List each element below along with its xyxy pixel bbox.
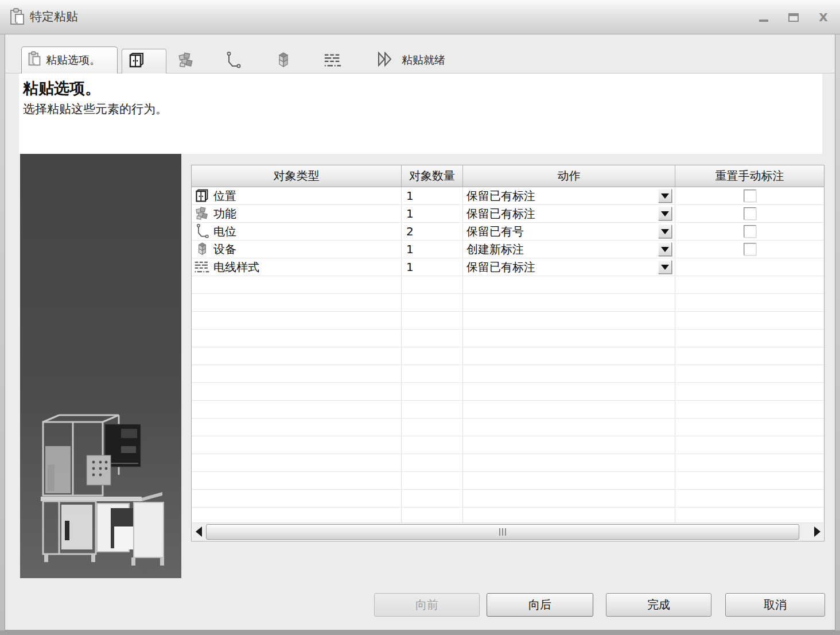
column-header-object-count: 对象数量 [402, 165, 463, 187]
chevron-down-icon[interactable] [658, 242, 672, 256]
back-button[interactable]: 向前 [374, 593, 480, 617]
minimize-icon[interactable] [755, 10, 772, 24]
object-count-cell: 1 [402, 187, 463, 204]
reset-manual-checkbox[interactable] [744, 243, 756, 255]
titlebar: 特定粘贴 X [0, 0, 840, 34]
potential-icon[interactable] [224, 51, 242, 70]
table-row[interactable]: 功能1保留已有标注 [192, 205, 824, 223]
action-selected-value: 保留已有号 [466, 224, 524, 239]
reset-manual-cell [675, 205, 824, 222]
reset-manual-cell [675, 241, 824, 258]
horizontal-scrollbar[interactable] [192, 522, 823, 540]
paste-special-dialog: 特定粘贴 X 粘贴选项。 [0, 0, 840, 635]
device-icon[interactable] [274, 51, 293, 70]
reset-manual-checkbox[interactable] [744, 207, 756, 220]
page-title: 粘贴选项。 [23, 78, 100, 99]
reset-manual-cell [675, 223, 824, 240]
reset-manual-cell [675, 187, 824, 204]
action-select[interactable]: 保留已有标注 [463, 258, 675, 276]
dialog-bottom-edge [0, 630, 840, 635]
tab-paste-options-label: 粘贴选项。 [46, 53, 100, 68]
reset-manual-cell [675, 258, 824, 276]
action-select[interactable]: 创建新标注 [463, 241, 675, 258]
table-row[interactable]: 电线样式1保留已有标注 [192, 258, 824, 276]
wire-style-icon [194, 260, 210, 274]
finish-button[interactable]: 完成 [606, 593, 711, 617]
next-button[interactable]: 向后 [487, 593, 593, 617]
column-header-object-type: 对象类型 [192, 165, 402, 187]
table-empty-row [192, 294, 824, 312]
scroll-left-icon[interactable] [192, 523, 205, 541]
object-count-value: 1 [406, 242, 414, 256]
object-count-value: 2 [406, 224, 414, 238]
action-select[interactable]: 保留已有号 [463, 223, 675, 240]
paste-objects-table: 对象类型 对象数量 动作 重置手动标注 位置1保留已有标注功能1保留已有标注电位… [191, 165, 825, 541]
ready-icon [376, 51, 395, 70]
table-empty-row [192, 436, 824, 454]
function-icon[interactable] [177, 51, 195, 70]
action-select[interactable]: 保留已有标注 [463, 187, 675, 204]
table-empty-row [192, 401, 824, 419]
window-controls: X [755, 10, 832, 24]
potential-icon [194, 224, 210, 239]
table-empty-row [192, 330, 824, 347]
chevron-down-icon[interactable] [658, 189, 672, 203]
table-empty-row [192, 312, 824, 330]
paste-icon [28, 51, 41, 69]
object-count-value: 1 [406, 207, 414, 220]
reset-manual-checkbox[interactable] [744, 225, 756, 238]
object-type-label: 设备 [213, 242, 236, 257]
object-count-value: 1 [406, 189, 414, 203]
paste-icon [9, 8, 25, 29]
page-subtitle: 选择粘贴这些元素的行为。 [23, 101, 168, 117]
cancel-button[interactable]: 取消 [725, 593, 825, 617]
chevron-down-icon[interactable] [658, 224, 672, 238]
object-type-cell: 电位 [192, 223, 402, 240]
object-count-value: 1 [406, 260, 414, 274]
table-empty-row [192, 365, 824, 383]
wire-style-icon[interactable] [324, 51, 342, 70]
action-selected-value: 保留已有标注 [466, 206, 535, 222]
object-type-cell: 位置 [192, 187, 402, 204]
table-row[interactable]: 设备1创建新标注 [192, 241, 824, 258]
preview-image-panel [20, 154, 181, 578]
table-empty-row [192, 490, 824, 508]
object-count-cell: 1 [402, 205, 463, 222]
table-empty-row [192, 276, 824, 294]
table-body: 位置1保留已有标注功能1保留已有标注电位2保留已有号设备1创建新标注电线样式1保… [192, 187, 824, 525]
object-type-cell: 功能 [192, 205, 402, 222]
action-select[interactable]: 保留已有标注 [463, 205, 675, 222]
object-type-label: 功能 [213, 206, 236, 222]
tab-paste-options[interactable]: 粘贴选项。 [21, 47, 118, 73]
column-header-action: 动作 [463, 165, 675, 187]
scrollbar-grip-icon [499, 528, 506, 536]
window-title: 特定粘贴 [30, 9, 78, 25]
close-icon[interactable]: X [815, 10, 832, 24]
object-type-label: 位置 [213, 188, 236, 204]
chevron-down-icon[interactable] [658, 260, 672, 274]
device-icon [194, 242, 210, 257]
reset-manual-checkbox[interactable] [744, 189, 756, 202]
table-empty-row [192, 454, 824, 472]
table-header-row: 对象类型 对象数量 动作 重置手动标注 [192, 165, 824, 187]
tab-location[interactable] [122, 49, 166, 73]
object-type-label: 电位 [213, 224, 236, 239]
scrollbar-track[interactable] [205, 524, 811, 540]
table-row[interactable]: 电位2保留已有号 [192, 223, 824, 241]
table-empty-row [192, 419, 824, 436]
scrollbar-thumb[interactable] [206, 524, 799, 540]
tab-paste-ready[interactable]: 粘贴就绪 [376, 51, 445, 70]
object-type-cell: 设备 [192, 241, 402, 258]
object-count-cell: 2 [402, 223, 463, 240]
object-type-cell: 电线样式 [192, 258, 402, 276]
table-row[interactable]: 位置1保留已有标注 [192, 187, 824, 205]
scroll-right-icon[interactable] [811, 523, 823, 541]
location-icon [194, 188, 210, 203]
table-empty-row [192, 347, 824, 365]
maximize-icon[interactable] [785, 10, 802, 24]
object-type-label: 电线样式 [213, 260, 259, 275]
object-count-cell: 1 [402, 258, 463, 276]
chevron-down-icon[interactable] [658, 207, 672, 220]
function-icon [194, 206, 210, 221]
action-selected-value: 保留已有标注 [466, 260, 535, 275]
